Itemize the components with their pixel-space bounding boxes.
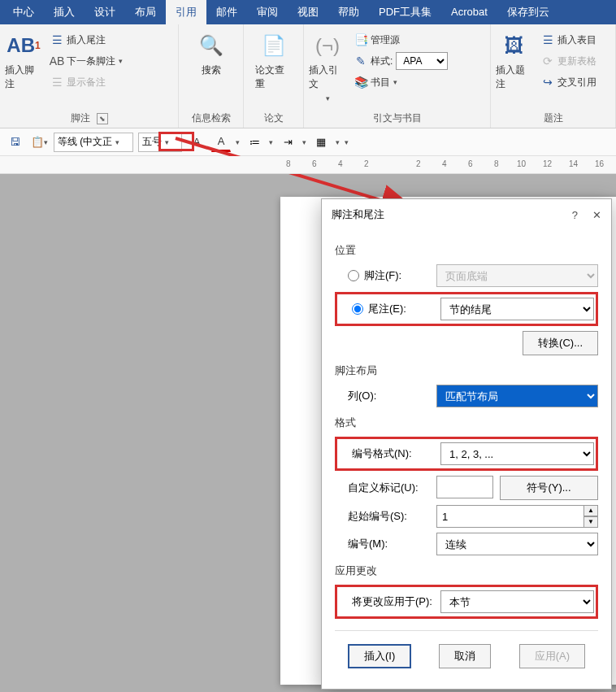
style-label: 样式: bbox=[371, 54, 393, 68]
footnote-endnote-dialog: 脚注和尾注 ? ✕ 位置 脚注(F): 页面底端 尾注(E): bbox=[321, 198, 612, 690]
footnote-dialog-launcher[interactable]: ⬊ bbox=[97, 113, 108, 124]
insert-footnote-button[interactable]: AB1 插入脚注 bbox=[5, 28, 42, 91]
thesis-check-label: 论文查重 bbox=[255, 63, 293, 91]
format-section-label: 格式 bbox=[335, 416, 598, 430]
start-at-input[interactable] bbox=[436, 505, 584, 528]
table-icon[interactable]: ▦ bbox=[311, 133, 331, 152]
dialog-help-button[interactable]: ? bbox=[572, 209, 578, 221]
tab-pdf-tools[interactable]: PDF工具集 bbox=[369, 0, 441, 24]
tab-acrobat[interactable]: Acrobat bbox=[441, 0, 497, 24]
ruler-mark: 4 bbox=[338, 159, 343, 168]
insert-endnote-button[interactable]: ☰ 插入尾注 bbox=[47, 31, 126, 49]
show-notes-button[interactable]: ☰ 显示备注 bbox=[47, 73, 126, 91]
apply-to-label: 将更改应用于(P): bbox=[352, 594, 432, 609]
ruler-mark: 6 bbox=[468, 159, 473, 168]
tab-help[interactable]: 帮助 bbox=[328, 0, 369, 24]
manage-sources-button[interactable]: 📑 管理源 bbox=[351, 31, 473, 49]
thesis-check-button[interactable]: 📄 论文查重 bbox=[255, 28, 293, 91]
insert-endnote-label: 插入尾注 bbox=[67, 33, 106, 47]
custom-mark-label: 自定义标记(U): bbox=[348, 481, 419, 495]
footnote-location-select: 页面底端 bbox=[436, 264, 598, 287]
number-format-select[interactable]: 1, 2, 3, ... bbox=[440, 442, 594, 465]
apply-to-select[interactable]: 本节 bbox=[440, 590, 594, 613]
dialog-close-button[interactable]: ✕ bbox=[592, 209, 601, 221]
indent-icon[interactable]: ⇥ bbox=[278, 133, 297, 152]
show-notes-icon: ☰ bbox=[50, 76, 63, 89]
start-at-down[interactable]: ▼ bbox=[583, 516, 598, 528]
endnote-radio[interactable] bbox=[352, 303, 363, 315]
caption-icon: 🖼 bbox=[500, 31, 529, 60]
font-decrease-icon[interactable]: A bbox=[187, 133, 206, 152]
search-group-label: 信息检索 bbox=[192, 111, 231, 125]
column-select[interactable]: 匹配节布局 bbox=[436, 385, 598, 407]
font-color-icon[interactable]: A bbox=[211, 133, 231, 152]
numbering-select[interactable]: 连续 bbox=[436, 533, 598, 555]
bibliography-label: 书目 bbox=[371, 76, 390, 89]
chevron-down-icon: ▾ bbox=[326, 94, 330, 102]
indent-caret[interactable]: ▾ bbox=[302, 138, 306, 146]
tab-references[interactable]: 引用 bbox=[166, 0, 206, 24]
cross-reference-button[interactable]: ↪ 交叉引用 bbox=[538, 73, 600, 91]
layout-section-label: 脚注布局 bbox=[335, 363, 598, 378]
bibliography-button[interactable]: 📚 书目 ▾ bbox=[351, 73, 473, 91]
footnote-radio[interactable] bbox=[348, 270, 359, 281]
tab-mailings[interactable]: 邮件 bbox=[206, 0, 247, 24]
manage-sources-label: 管理源 bbox=[371, 33, 400, 47]
ruler-mark: 8 bbox=[286, 159, 291, 168]
endnote-location-select[interactable]: 节的结尾 bbox=[440, 298, 594, 320]
chevron-down-icon: ▾ bbox=[393, 78, 397, 86]
table-of-figures-icon: ☰ bbox=[541, 33, 554, 46]
update-table-label: 更新表格 bbox=[557, 54, 596, 68]
next-footnote-label: 下一条脚注 bbox=[67, 54, 115, 68]
insert-footnote-label: 插入脚注 bbox=[5, 63, 42, 91]
tab-layout[interactable]: 布局 bbox=[125, 0, 166, 24]
bibliography-icon: 📚 bbox=[354, 76, 367, 89]
save-icon[interactable]: 🖫 bbox=[5, 133, 24, 152]
column-label: 列(O): bbox=[348, 389, 376, 403]
update-icon: ⟳ bbox=[541, 54, 554, 67]
horizontal-ruler[interactable]: 8 6 4 2 2 4 6 8 10 12 14 16 bbox=[0, 156, 616, 174]
search-button[interactable]: 🔍 搜索 bbox=[193, 28, 230, 77]
update-table-button[interactable]: ⟳ 更新表格 bbox=[538, 52, 600, 70]
ribbon: AB1 插入脚注 ☰ 插入尾注 AB 下一条脚注 ▾ ☰ 显示备注 bbox=[0, 24, 616, 128]
insert-citation-button[interactable]: (¬) 插入引文 ▾ bbox=[309, 28, 346, 102]
font-color-caret[interactable]: ▾ bbox=[236, 138, 240, 146]
footnote-icon: AB1 bbox=[9, 31, 38, 60]
start-at-up[interactable]: ▲ bbox=[583, 505, 598, 516]
tab-center[interactable]: 中心 bbox=[3, 0, 44, 24]
ruler-mark: 8 bbox=[494, 159, 499, 168]
tab-insert[interactable]: 插入 bbox=[44, 0, 85, 24]
next-footnote-icon: AB bbox=[50, 54, 63, 67]
next-footnote-button[interactable]: AB 下一条脚注 ▾ bbox=[47, 52, 126, 70]
annotation-highlight-apply-to: 将更改应用于(P): 本节 bbox=[335, 585, 598, 619]
convert-button[interactable]: 转换(C)... bbox=[523, 331, 598, 355]
tab-design[interactable]: 设计 bbox=[85, 0, 125, 24]
table-of-figures-label: 插入表目 bbox=[557, 33, 596, 47]
bullets-caret[interactable]: ▾ bbox=[269, 138, 273, 146]
ruler-mark: 14 bbox=[569, 159, 578, 168]
ruler-mark: 4 bbox=[442, 159, 447, 168]
tab-view[interactable]: 视图 bbox=[288, 0, 328, 24]
clipboard-icon[interactable]: 📋▾ bbox=[29, 133, 49, 152]
font-family-combo[interactable]: 等线 (中文正▾ bbox=[54, 133, 133, 152]
more-icon[interactable]: ▾ bbox=[345, 138, 349, 146]
insert-caption-label: 插入题注 bbox=[496, 63, 533, 91]
insert-table-of-figures-button[interactable]: ☰ 插入表目 bbox=[538, 31, 600, 49]
insert-caption-button[interactable]: 🖼 插入题注 bbox=[496, 28, 533, 91]
tab-review[interactable]: 审阅 bbox=[247, 0, 288, 24]
citation-style-select[interactable]: APA bbox=[396, 52, 448, 70]
symbol-button[interactable]: 符号(Y)... bbox=[500, 476, 598, 500]
ruler-mark: 16 bbox=[595, 159, 604, 168]
ribbon-tabs: 中心 插入 设计 布局 引用 邮件 审阅 视图 帮助 PDF工具集 Acroba… bbox=[0, 0, 616, 24]
dialog-titlebar: 脚注和尾注 ? ✕ bbox=[322, 199, 611, 230]
citation-group-label: 引文与书目 bbox=[373, 111, 422, 125]
font-family-value: 等线 (中文正 bbox=[58, 135, 112, 149]
font-size-combo[interactable]: 五号▾ bbox=[138, 133, 182, 152]
bullets-icon[interactable]: ≔ bbox=[245, 133, 264, 152]
table-caret[interactable]: ▾ bbox=[336, 138, 340, 146]
custom-mark-input[interactable] bbox=[436, 476, 493, 498]
insert-button[interactable]: 插入(I) bbox=[348, 644, 411, 668]
cancel-button[interactable]: 取消 bbox=[439, 644, 491, 668]
apply-button[interactable]: 应用(A) bbox=[519, 644, 585, 668]
tab-save-cloud[interactable]: 保存到云 bbox=[497, 0, 559, 24]
